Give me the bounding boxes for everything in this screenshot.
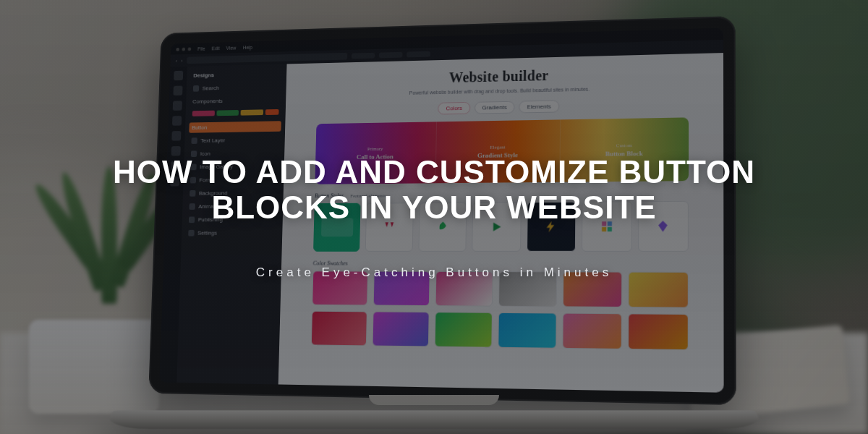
- hero-subtitle: Create Eye-Catching Buttons in Minutes: [256, 265, 612, 280]
- hero-title: HOW TO ADD AND CUSTOMIZE BUTTON BLOCKS I…: [72, 154, 796, 226]
- hero-headline: HOW TO ADD AND CUSTOMIZE BUTTON BLOCKS I…: [0, 0, 868, 434]
- hero-scene: File Edit View Help ‹ ›: [0, 0, 868, 434]
